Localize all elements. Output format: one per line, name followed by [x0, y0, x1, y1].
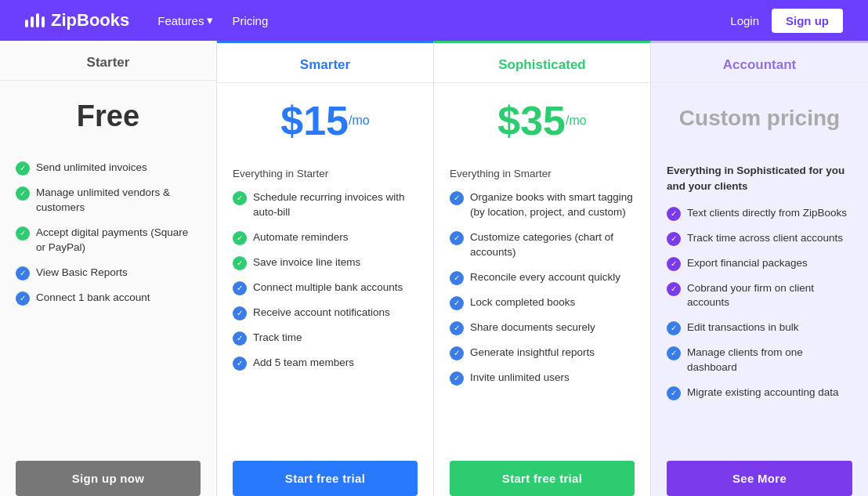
- smarter-features: Everything in Starter ✓ Schedule recurri…: [217, 158, 433, 448]
- accountant-header: Accountant: [651, 43, 868, 83]
- smarter-cta-button[interactable]: Start free trial: [233, 461, 418, 496]
- sophisticated-features: Everything in Smarter ✓ Organize books w…: [434, 158, 650, 448]
- accountant-cta-button[interactable]: See More: [667, 461, 852, 496]
- chevron-down-icon: ▾: [207, 13, 213, 27]
- check-icon: ✓: [667, 232, 681, 246]
- list-item: ✓ Automate reminders: [233, 230, 418, 245]
- starter-features: ✓ Send unlimited invoices ✓ Manage unlim…: [0, 151, 216, 448]
- list-item: ✓ Manage unlimited vendors & customers: [16, 186, 201, 215]
- plan-sophisticated: Sophisticated $35 /mo Everything in Smar…: [434, 41, 651, 496]
- list-item: ✓ Connect 1 bank account: [16, 291, 201, 306]
- accountant-cta: See More: [651, 448, 868, 496]
- navbar: ZipBooks Features ▾ Pricing Login Sign u…: [0, 0, 868, 41]
- check-icon: ✓: [667, 386, 681, 400]
- check-icon: ✓: [667, 207, 681, 221]
- list-item: ✓ Track time: [233, 331, 418, 346]
- list-item: ✓ Connect multiple bank accounts: [233, 281, 418, 295]
- smarter-cta: Start free trial: [217, 448, 433, 496]
- check-icon: ✓: [450, 296, 464, 310]
- accountant-price: Custom pricing: [651, 83, 868, 154]
- check-icon: ✓: [233, 256, 247, 270]
- starter-cta-button[interactable]: Sign up now: [16, 461, 201, 496]
- check-icon: ✓: [450, 321, 464, 335]
- list-item: ✓ Schedule recurring invoices with auto-…: [233, 190, 418, 220]
- check-icon: ✓: [667, 346, 681, 360]
- starter-price: Free: [0, 81, 216, 151]
- accountant-features: Everything in Sophisticated for you and …: [651, 154, 868, 448]
- signup-button[interactable]: Sign up: [772, 9, 843, 33]
- list-item: ✓ Track time across client accounts: [667, 231, 852, 246]
- list-item: ✓ Customize categories (chart of account…: [450, 230, 635, 260]
- check-icon: ✓: [16, 186, 30, 201]
- check-icon: ✓: [233, 306, 247, 320]
- list-item: ✓ Manage clients from one dashboard: [667, 346, 852, 375]
- check-icon: ✓: [450, 191, 464, 205]
- plan-accountant: Accountant Custom pricing Everything in …: [651, 41, 868, 496]
- check-icon: ✓: [233, 357, 247, 371]
- sophisticated-price: $35 /mo: [434, 83, 650, 158]
- list-item: ✓ Migrate existing accounting data: [667, 386, 852, 400]
- nav-pricing[interactable]: Pricing: [232, 14, 268, 27]
- list-item: ✓ Send unlimited invoices: [16, 161, 201, 176]
- smarter-header: Smarter: [217, 43, 433, 83]
- list-item: ✓ Accept digital payments (Square or Pay…: [16, 226, 201, 255]
- list-item: ✓ Export financial packages: [667, 256, 852, 271]
- nav-links: Features ▾ Pricing: [157, 13, 730, 27]
- nav-features-label: Features: [157, 14, 204, 27]
- check-icon: ✓: [16, 161, 30, 176]
- list-item: ✓ Reconcile every account quickly: [450, 270, 635, 285]
- check-icon: ✓: [667, 282, 681, 296]
- check-icon: ✓: [450, 346, 464, 360]
- check-icon: ✓: [16, 226, 30, 241]
- check-icon: ✓: [667, 257, 681, 271]
- list-item: ✓ Organize books with smart tagging (by …: [450, 190, 635, 220]
- nav-features[interactable]: Features ▾: [157, 13, 213, 27]
- plan-smarter: Smarter $15 /mo Everything in Starter ✓ …: [217, 41, 434, 496]
- sophisticated-header: Sophisticated: [434, 43, 650, 83]
- starter-cta: Sign up now: [0, 448, 216, 496]
- list-item: ✓ Generate insightful reports: [450, 346, 635, 360]
- list-item: ✓ Cobrand your firm on client accounts: [667, 281, 852, 311]
- list-item: ✓ Save invoice line items: [233, 255, 418, 270]
- list-item: ✓ Receive account notifications: [233, 306, 418, 320]
- list-item: ✓ View Basic Reports: [16, 266, 201, 281]
- list-item: ✓ Lock completed books: [450, 295, 635, 310]
- check-icon: ✓: [233, 331, 247, 346]
- logo[interactable]: ZipBooks: [25, 10, 129, 31]
- check-icon: ✓: [233, 281, 247, 295]
- list-item: ✓ Add 5 team members: [233, 356, 418, 371]
- logo-text: ZipBooks: [51, 10, 129, 31]
- sophisticated-cta-button[interactable]: Start free trial: [450, 461, 635, 496]
- check-icon: ✓: [667, 321, 681, 335]
- sophisticated-cta: Start free trial: [434, 448, 650, 496]
- check-icon: ✓: [450, 231, 464, 245]
- nav-right: Login Sign up: [730, 9, 843, 33]
- list-item: ✓ Invite unlimited users: [450, 371, 635, 386]
- list-item: ✓ Share documents securely: [450, 320, 635, 335]
- pricing-grid: Starter Free ✓ Send unlimited invoices ✓…: [0, 41, 868, 496]
- list-item: ✓ Edit transactions in bulk: [667, 320, 852, 335]
- logo-icon: [25, 13, 45, 27]
- check-icon: ✓: [233, 191, 247, 205]
- check-icon: ✓: [16, 266, 30, 281]
- smarter-price: $15 /mo: [217, 83, 433, 158]
- nav-pricing-label: Pricing: [232, 14, 268, 27]
- check-icon: ✓: [450, 371, 464, 386]
- check-icon: ✓: [233, 231, 247, 245]
- list-item: ✓ Text clients directly from ZipBooks: [667, 206, 852, 221]
- starter-header: Starter: [0, 41, 216, 81]
- login-link[interactable]: Login: [730, 14, 759, 27]
- plan-starter: Starter Free ✓ Send unlimited invoices ✓…: [0, 41, 217, 496]
- check-icon: ✓: [16, 291, 30, 306]
- check-icon: ✓: [450, 271, 464, 285]
